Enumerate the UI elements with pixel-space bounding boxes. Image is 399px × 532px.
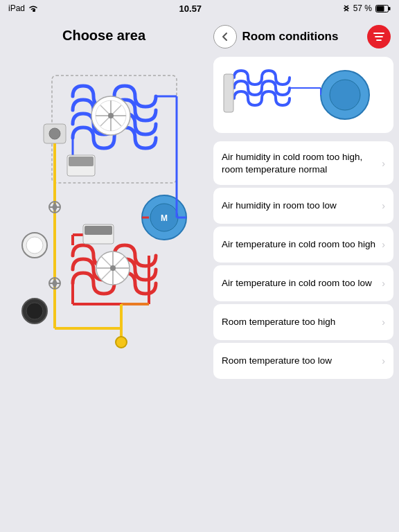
condition-text-3: Air temperature in cold room too high bbox=[222, 238, 376, 251]
filter-icon bbox=[373, 32, 385, 42]
wifi-icon bbox=[28, 5, 38, 12]
status-right: 57 % bbox=[343, 3, 391, 13]
battery-icon bbox=[375, 5, 391, 12]
system-diagram: M bbox=[10, 55, 197, 353]
bluetooth-icon bbox=[343, 3, 350, 13]
chevron-icon-5: › bbox=[382, 317, 385, 328]
svg-rect-2 bbox=[389, 7, 391, 10]
carrier-label: iPad bbox=[8, 3, 25, 13]
left-panel-title: Choose area bbox=[62, 28, 145, 44]
svg-rect-1 bbox=[377, 6, 384, 11]
chevron-icon-1: › bbox=[382, 158, 385, 169]
condition-item-6[interactable]: Room temperature too low › bbox=[213, 343, 393, 379]
status-left: iPad bbox=[8, 3, 38, 13]
right-header: Room conditions bbox=[208, 17, 399, 57]
chevron-icon-6: › bbox=[382, 355, 385, 366]
thumbnail-card bbox=[213, 57, 393, 133]
chevron-icon-3: › bbox=[382, 239, 385, 250]
right-panel-title: Room conditions bbox=[213, 30, 367, 44]
chevron-icon-4: › bbox=[382, 278, 385, 289]
condition-text-4: Air temperature in cold room too low bbox=[222, 277, 376, 290]
condition-item-3[interactable]: Air temperature in cold room too high › bbox=[213, 227, 393, 263]
conditions-list: Air humidity in cold room too high, room… bbox=[208, 141, 399, 532]
svg-rect-17 bbox=[69, 157, 94, 166]
diagram-container[interactable]: M bbox=[10, 55, 197, 353]
chevron-icon-2: › bbox=[382, 200, 385, 211]
svg-text:M: M bbox=[161, 213, 168, 223]
right-panel: Room conditions bbox=[208, 17, 399, 532]
condition-item-4[interactable]: Air temperature in cold room too low › bbox=[213, 265, 393, 301]
svg-point-13 bbox=[108, 113, 114, 118]
condition-text-2: Air humidity in room too low bbox=[222, 200, 376, 212]
svg-point-31 bbox=[26, 303, 43, 319]
condition-item-5[interactable]: Room temperature too high › bbox=[213, 304, 393, 340]
condition-item-2[interactable]: Air humidity in room too low › bbox=[213, 188, 393, 224]
svg-point-60 bbox=[330, 80, 360, 110]
svg-point-29 bbox=[26, 237, 43, 254]
svg-point-52 bbox=[116, 337, 127, 348]
condition-text-5: Room temperature too high bbox=[222, 316, 376, 328]
svg-rect-63 bbox=[224, 74, 233, 112]
condition-text-6: Room temperature too low bbox=[222, 355, 376, 367]
condition-item-1[interactable]: Air humidity in cold room too high, room… bbox=[213, 141, 393, 185]
filter-button[interactable] bbox=[367, 25, 391, 48]
status-bar: iPad 10.57 57 % bbox=[0, 0, 399, 17]
thumbnail-diagram bbox=[220, 60, 387, 130]
left-panel: Choose area bbox=[0, 17, 208, 532]
status-time: 10.57 bbox=[179, 3, 202, 14]
condition-text-1: Air humidity in cold room too high, room… bbox=[222, 151, 376, 175]
svg-rect-44 bbox=[85, 226, 112, 235]
main-layout: Choose area bbox=[0, 17, 399, 532]
svg-point-15 bbox=[49, 128, 60, 139]
battery-label: 57 % bbox=[353, 3, 372, 13]
svg-point-37 bbox=[110, 265, 116, 271]
